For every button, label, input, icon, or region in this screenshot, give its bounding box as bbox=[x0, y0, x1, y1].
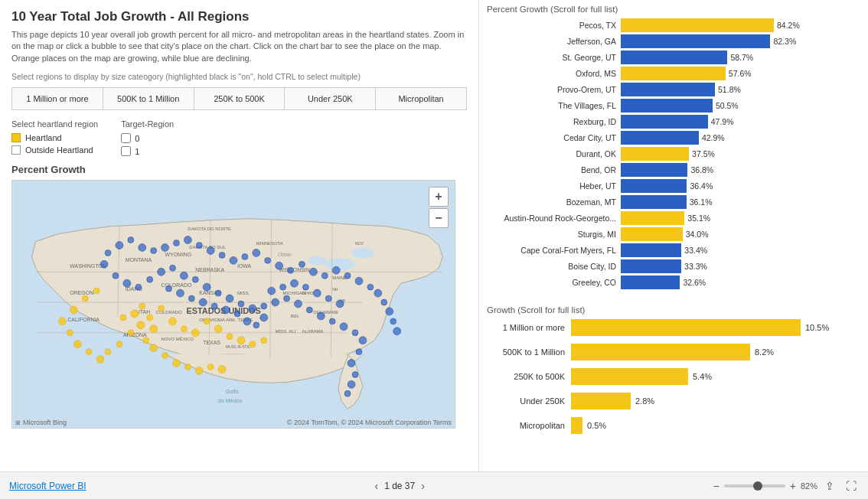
zoom-in-button[interactable]: + bbox=[429, 187, 449, 207]
svg-text:COLORADO: COLORADO bbox=[162, 282, 192, 288]
bar-label: Austin-Round Rock-Georgeto... bbox=[487, 214, 621, 223]
bar-track: 36.1% bbox=[621, 195, 860, 209]
bar-value: 33.3% bbox=[684, 262, 707, 271]
svg-point-125 bbox=[280, 284, 286, 290]
size-btn-250k[interactable]: 250K to 500K bbox=[194, 87, 286, 110]
size-btn-500k[interactable]: 500K to 1 Million bbox=[103, 87, 194, 110]
svg-text:NH: NH bbox=[332, 288, 338, 292]
svg-point-51 bbox=[82, 295, 88, 302]
svg-point-71 bbox=[218, 366, 226, 373]
prev-page-button[interactable]: ‹ bbox=[374, 480, 378, 492]
export-icon[interactable]: ⇪ bbox=[822, 478, 837, 494]
svg-point-130 bbox=[336, 300, 344, 308]
top-bars-container: Pecos, TX 84.2% Jefferson, GA 82.3% St. … bbox=[487, 18, 860, 289]
bar-fill bbox=[621, 99, 713, 113]
growth-label: 1 Million or more bbox=[487, 323, 571, 332]
zoom-plus-icon[interactable]: + bbox=[790, 480, 796, 492]
bottom-bars-container: 1 Million or more 10.5% 500K to 1 Millio… bbox=[487, 319, 860, 434]
svg-text:MISS. ALI.: MISS. ALI. bbox=[276, 329, 297, 334]
size-btn-1m[interactable]: 1 Million or more bbox=[11, 87, 103, 110]
bar-label: Jefferson, GA bbox=[487, 37, 621, 46]
svg-point-72 bbox=[131, 310, 139, 318]
powerbi-link[interactable]: Microsoft Power BI bbox=[9, 481, 86, 491]
top-bar-row[interactable]: Oxford, MS 57.6% bbox=[487, 67, 860, 80]
bottom-bar-row[interactable]: Micropolitan 0.5% bbox=[487, 417, 860, 434]
svg-point-151 bbox=[196, 243, 202, 249]
svg-text:Ottaw: Ottaw bbox=[278, 253, 292, 258]
svg-point-106 bbox=[340, 323, 348, 331]
svg-point-111 bbox=[352, 372, 358, 378]
top-bar-row[interactable]: Bend, OR 36.8% bbox=[487, 163, 860, 177]
size-btn-micro[interactable]: Micropolitan bbox=[376, 87, 467, 110]
growth-bar-fill bbox=[571, 368, 688, 385]
bar-value: 47.9% bbox=[711, 117, 734, 126]
svg-point-65 bbox=[150, 344, 158, 352]
top-bar-row[interactable]: Heber, UT 36.4% bbox=[487, 179, 860, 193]
top-bar-row[interactable]: The Villages, FL 50.5% bbox=[487, 99, 860, 113]
bar-fill bbox=[621, 276, 680, 289]
svg-point-122 bbox=[176, 289, 184, 297]
bing-credit: Microsoft Bing bbox=[23, 419, 67, 426]
bottom-chart-title: Growth (Scroll for full list) bbox=[487, 305, 860, 315]
checkbox-1[interactable] bbox=[121, 146, 131, 156]
svg-point-92 bbox=[180, 272, 188, 279]
svg-text:WYOMING: WYOMING bbox=[165, 253, 192, 258]
legend-filter-row: Select heartland region Heartland Outsid… bbox=[11, 119, 467, 156]
zoom-out-button[interactable]: − bbox=[429, 208, 449, 228]
top-bar-row[interactable]: Austin-Round Rock-Georgeto... 35.1% bbox=[487, 211, 860, 225]
top-bar-row[interactable]: St. George, UT 58.7% bbox=[487, 51, 860, 64]
svg-point-82 bbox=[237, 337, 245, 344]
bar-label: Provo-Orem, UT bbox=[487, 85, 621, 94]
heartland-label: Heartland bbox=[25, 133, 62, 142]
svg-text:Golfo: Golfo bbox=[226, 389, 239, 394]
svg-text:OKLAHOMA: OKLAHOMA bbox=[199, 318, 225, 322]
bar-track: 34.0% bbox=[621, 227, 860, 241]
bottom-bar-row[interactable]: Under 250K 2.8% bbox=[487, 393, 860, 409]
checkbox-0[interactable] bbox=[121, 133, 131, 143]
zoom-slider[interactable] bbox=[724, 484, 785, 488]
top-bar-row[interactable]: Durant, OK 37.5% bbox=[487, 147, 860, 161]
svg-text:NEBRASKA: NEBRASKA bbox=[195, 267, 224, 272]
top-bar-row[interactable]: Cape Coral-Fort Myers, FL 33.4% bbox=[487, 243, 860, 257]
fullscreen-icon[interactable]: ⛶ bbox=[844, 478, 859, 494]
svg-point-69 bbox=[195, 367, 203, 375]
growth-bar-fill bbox=[571, 319, 801, 336]
bar-fill bbox=[621, 179, 687, 193]
checkbox-0-label: 0 bbox=[135, 134, 139, 143]
svg-point-154 bbox=[230, 257, 237, 265]
svg-point-123 bbox=[166, 285, 172, 292]
top-bar-row[interactable]: Sturgis, MI 34.0% bbox=[487, 227, 860, 241]
svg-point-3 bbox=[351, 248, 374, 259]
bottom-bar-row[interactable]: 500K to 1 Million 8.2% bbox=[487, 344, 860, 360]
svg-point-95 bbox=[215, 290, 221, 296]
bar-fill bbox=[621, 227, 683, 241]
svg-point-56 bbox=[86, 349, 92, 355]
zoom-minus-icon[interactable]: − bbox=[713, 480, 720, 492]
bottom-bar-row[interactable]: 1 Million or more 10.5% bbox=[487, 319, 860, 336]
svg-point-2 bbox=[325, 259, 355, 271]
svg-point-158 bbox=[276, 263, 283, 270]
top-bar-row[interactable]: Cedar City, UT 42.9% bbox=[487, 131, 860, 145]
top-bar-row[interactable]: Jefferson, GA 82.3% bbox=[487, 34, 860, 48]
map-container[interactable]: WASHINGTON OREGON CALIFORNIA MONTANA IDA… bbox=[11, 180, 455, 429]
svg-point-115 bbox=[253, 322, 259, 328]
svg-point-110 bbox=[348, 360, 355, 367]
bottom-bar-row[interactable]: 250K to 500K 5.4% bbox=[487, 368, 860, 385]
svg-point-99 bbox=[261, 303, 267, 309]
top-bar-row[interactable]: Provo-Orem, UT 51.8% bbox=[487, 83, 860, 96]
bar-track: 33.3% bbox=[621, 259, 860, 273]
top-bar-row[interactable]: Rexburg, ID 47.9% bbox=[487, 115, 860, 129]
svg-point-77 bbox=[181, 326, 187, 332]
next-page-button[interactable]: › bbox=[421, 480, 425, 492]
top-bar-row[interactable]: Bozeman, MT 36.1% bbox=[487, 195, 860, 209]
size-buttons-group: 1 Million or more 500K to 1 Million 250K… bbox=[11, 87, 467, 110]
top-bar-row[interactable]: Greeley, CO 32.6% bbox=[487, 276, 860, 289]
size-btn-under250k[interactable]: Under 250K bbox=[285, 87, 376, 110]
target-region-title: Target-Region bbox=[121, 119, 174, 129]
svg-text:do México: do México bbox=[218, 398, 243, 403]
growth-value: 10.5% bbox=[805, 323, 829, 332]
top-bar-row[interactable]: Boise City, ID 33.3% bbox=[487, 259, 860, 273]
svg-point-149 bbox=[173, 240, 179, 246]
bar-track: 58.7% bbox=[621, 51, 860, 64]
top-bar-row[interactable]: Pecos, TX 84.2% bbox=[487, 18, 860, 32]
